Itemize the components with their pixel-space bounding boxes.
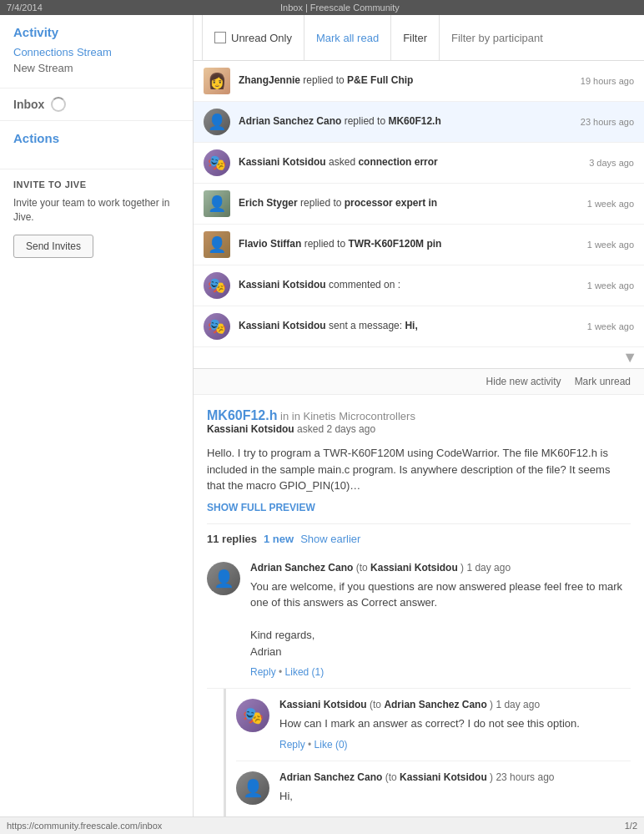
avatar: 👤	[204, 231, 230, 258]
comment-header: Adrian Sanchez Cano (to Kassiani Kotsido…	[279, 771, 631, 783]
filter-button[interactable]: Filter	[391, 15, 440, 60]
inbox-label: Inbox	[13, 98, 44, 111]
post-author: Kassiani Kotsidou	[207, 423, 294, 435]
unread-only-label: Unread Only	[231, 32, 292, 44]
actions-section: Actions	[0, 121, 193, 169]
browser-bar: 7/4/2014 Inbox | Freescale Community	[0, 0, 644, 15]
comment-to-label: (to	[370, 699, 384, 710]
comment-body: Adrian Sanchez Cano (to Kassiani Kotsido…	[250, 562, 631, 679]
comment-actions: Reply • Like (0)	[279, 739, 631, 751]
detail-panel: Hide new activity Mark unread MK60F12.h …	[194, 369, 644, 834]
reply-link[interactable]: Reply	[250, 666, 276, 678]
notif-time: 3 days ago	[589, 158, 634, 168]
notif-action: asked	[329, 156, 358, 168]
replies-new: 1 new	[264, 533, 294, 545]
notif-time: 1 week ago	[587, 281, 634, 291]
notif-topic: P&E Full Chip	[347, 74, 413, 86]
new-stream-link[interactable]: New Stream	[13, 62, 179, 74]
notif-topic: TWR-K60F120M pin	[348, 238, 441, 250]
reply-link[interactable]: Reply	[279, 739, 305, 751]
avatar-person-icon: 🎭	[208, 276, 226, 295]
connections-stream-link[interactable]: Connections Stream	[13, 46, 179, 58]
post-title-line: MK60F12.h in in Kinetis Microcontrollers	[207, 408, 631, 423]
avatar-icon: 🎭	[243, 705, 264, 725]
nested-comment-item: 🎭 Kassiani Kotsidou (to Adrian Sanchez C…	[224, 689, 631, 761]
comment-actions: Reply • Liked (1)	[250, 666, 631, 678]
notif-author: Flavio Stiffan	[239, 238, 301, 250]
notification-item[interactable]: 👤 Adrian Sanchez Cano replied to MK60F12…	[194, 102, 644, 143]
comment-time: 1 day ago	[466, 562, 511, 574]
comment-item: 👤 Adrian Sanchez Cano (to Kassiani Kotsi…	[207, 552, 631, 690]
comment-avatar: 👤	[236, 771, 269, 805]
unread-only-button[interactable]: Unread Only	[202, 15, 304, 60]
avatar-person-icon: 👤	[208, 235, 226, 254]
liked-link[interactable]: Liked (1)	[285, 666, 325, 678]
comment-avatar: 👤	[207, 562, 240, 595]
post-location-label: in	[280, 410, 292, 422]
notif-author: Erich Styger	[239, 197, 298, 209]
notif-action: commented on :	[329, 279, 400, 291]
notification-text: Kassiani Kotsidou sent a message: Hi,	[239, 320, 579, 333]
avatar: 👩	[204, 68, 230, 94]
post-time: 2 days ago	[326, 423, 375, 435]
scroll-indicator: ▼	[194, 347, 644, 368]
avatar-person-icon: 👤	[208, 195, 226, 213]
hide-new-activity-button[interactable]: Hide new activity	[486, 376, 561, 387]
detail-body: MK60F12.h in in Kinetis Microcontrollers…	[194, 395, 644, 834]
inbox-toolbar: Unread Only Mark all read Filter	[194, 15, 644, 61]
avatar: 🎭	[204, 149, 230, 176]
filter-label: Filter	[403, 32, 427, 44]
avatar-icon: 👤	[243, 778, 264, 798]
unread-checkbox-icon	[214, 32, 226, 43]
separator: •	[308, 739, 314, 751]
avatar-person-icon: 🎭	[208, 154, 226, 172]
notification-item[interactable]: 🎭 Kassiani Kotsidou sent a message: Hi, …	[194, 306, 644, 347]
notif-action: replied to	[303, 74, 347, 86]
comment-to: Kassiani Kotsidou	[370, 562, 458, 574]
notification-item[interactable]: 🎭 Kassiani Kotsidou commented on : 1 wee…	[194, 265, 644, 306]
comment-author: Kassiani Kotsidou	[279, 699, 367, 710]
comment-time: 1 day ago	[496, 699, 540, 710]
separator: •	[279, 666, 285, 678]
show-full-preview-link[interactable]: SHOW FULL PREVIEW	[207, 502, 315, 513]
activity-title: Activity	[13, 25, 179, 39]
avatar-icon: 👤	[214, 569, 234, 589]
comment-body: Kassiani Kotsidou (to Adrian Sanchez Can…	[279, 699, 631, 751]
notification-text: Kassiani Kotsidou commented on :	[239, 279, 579, 292]
comment-header: Kassiani Kotsidou (to Adrian Sanchez Can…	[279, 699, 631, 710]
notification-text: Erich Styger replied to processor expert…	[239, 197, 579, 210]
notification-item[interactable]: 👩 ZhangJennie replied to P&E Full Chip 1…	[194, 61, 644, 102]
comment-header: Adrian Sanchez Cano (to Kassiani Kotsido…	[250, 562, 631, 574]
invite-heading: INVITE TO JIVE	[13, 179, 179, 190]
avatar: 🎭	[204, 272, 230, 299]
notification-text: Flavio Stiffan replied to TWR-K60F120M p…	[239, 238, 579, 251]
like-link[interactable]: Like (0)	[314, 739, 348, 751]
mark-all-read-button[interactable]: Mark all read	[304, 15, 391, 60]
activity-section: Activity Connections Stream New Stream	[0, 15, 193, 88]
notif-action: replied to	[304, 238, 349, 250]
notif-author: Adrian Sanchez Cano	[239, 115, 341, 127]
notification-item[interactable]: 🎭 Kassiani Kotsidou asked connection err…	[194, 143, 644, 184]
send-invites-button[interactable]: Send Invites	[13, 235, 93, 258]
mark-unread-button[interactable]: Mark unread	[575, 376, 631, 387]
invite-section: INVITE TO JIVE Invite your team to work …	[0, 169, 193, 268]
comment-item: 🎭 Kassiani Kotsidou (to Adrian Sanchez C…	[236, 689, 631, 761]
notification-text: Kassiani Kotsidou asked connection error	[239, 156, 581, 169]
notif-author: ZhangJennie	[239, 74, 300, 86]
post-title[interactable]: MK60F12.h	[207, 408, 277, 422]
mark-all-read-label: Mark all read	[316, 32, 379, 44]
show-earlier-link[interactable]: Show earlier	[300, 533, 360, 545]
comment-time: 23 hours ago	[496, 771, 554, 783]
notif-topic: Hi,	[405, 320, 417, 331]
notif-action: replied to	[345, 115, 389, 127]
filter-participant-input[interactable]	[440, 15, 636, 60]
notification-item[interactable]: 👤 Erich Styger replied to processor expe…	[194, 184, 644, 225]
post-content: Hello. I try to program a TWR-K60F120M u…	[207, 445, 631, 494]
notif-action: replied to	[300, 197, 345, 209]
comment-text: You are welcome, if you questions are no…	[250, 579, 631, 660]
notif-topic: connection error	[358, 156, 437, 168]
notification-item[interactable]: 👤 Flavio Stiffan replied to TWR-K60F120M…	[194, 225, 644, 265]
invite-text: Invite your team to work together in Jiv…	[13, 196, 179, 225]
notif-author: Kassiani Kotsidou	[239, 156, 326, 168]
comment-to: Adrian Sanchez Cano	[384, 699, 486, 710]
